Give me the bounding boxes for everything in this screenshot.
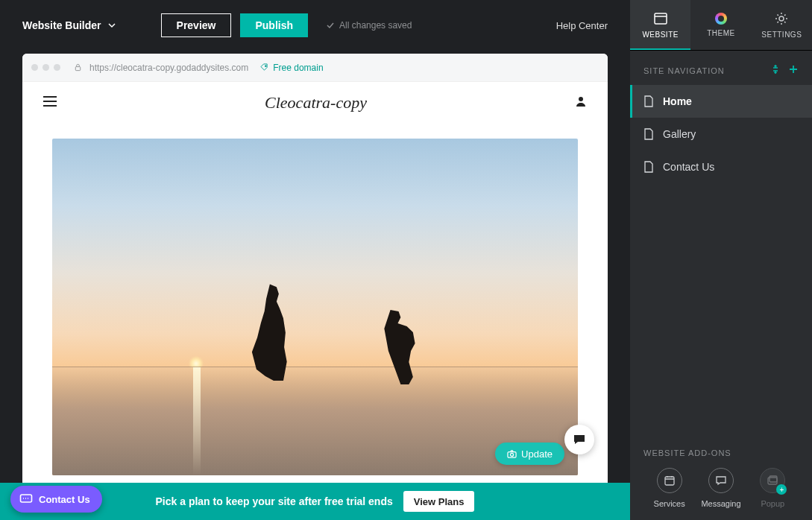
nav-item-home[interactable]: Home — [630, 85, 812, 118]
chat-icon — [19, 492, 33, 506]
page-icon — [643, 161, 654, 173]
save-status-text: All changes saved — [339, 20, 412, 31]
hero-image[interactable]: Update — [52, 139, 578, 475]
addon-label: Popup — [761, 499, 784, 508]
tab-theme-label: THEME — [707, 29, 735, 37]
plus-badge-icon: + — [776, 484, 787, 495]
right-sidebar: WEBSITE THEME SETTINGS SITE NAVIGATION — [630, 0, 812, 520]
gear-icon — [774, 11, 789, 26]
check-icon — [326, 21, 335, 30]
svg-point-7 — [779, 16, 784, 21]
addon-popup[interactable]: + Popup — [747, 468, 799, 508]
sidebar-tabs: WEBSITE THEME SETTINGS — [630, 0, 812, 51]
messaging-icon — [715, 475, 727, 486]
addon-label: Services — [654, 499, 685, 508]
preview-button[interactable]: Preview — [161, 13, 232, 37]
canvas-wrap: https://cleocatra-copy.godaddysites.com … — [0, 51, 630, 520]
chat-widget-button[interactable] — [564, 425, 594, 454]
calendar-icon — [664, 475, 676, 486]
trial-message: Pick a plan to keep your site after free… — [156, 495, 393, 507]
save-status: All changes saved — [326, 20, 412, 31]
svg-rect-10 — [769, 476, 777, 482]
camera-icon — [507, 449, 517, 459]
tag-icon — [260, 63, 268, 72]
svg-rect-8 — [665, 477, 674, 485]
hamburger-icon[interactable] — [43, 96, 57, 110]
addon-services[interactable]: Services — [643, 468, 695, 508]
nav-item-gallery[interactable]: Gallery — [630, 118, 812, 150]
nav-item-label: Gallery — [663, 128, 696, 140]
addon-messaging[interactable]: Messaging — [695, 468, 746, 508]
update-label: Update — [521, 448, 553, 460]
add-page-icon[interactable] — [788, 64, 799, 77]
nav-item-label: Contact Us — [663, 161, 714, 173]
tab-settings[interactable]: SETTINGS — [752, 0, 812, 50]
publish-button[interactable]: Publish — [240, 13, 308, 37]
page-icon — [643, 128, 654, 140]
nav-item-label: Home — [663, 95, 692, 107]
nav-list: Home Gallery Contact Us — [630, 85, 812, 183]
svg-rect-6 — [655, 13, 667, 24]
site-navigation-header: SITE NAVIGATION — [630, 51, 812, 85]
page-icon — [643, 95, 654, 107]
preview-browser: https://cleocatra-copy.godaddysites.com … — [22, 54, 608, 520]
popup-icon — [767, 475, 778, 486]
main-area: Website Builder Preview Publish All chan… — [0, 0, 630, 520]
tab-website-label: WEBSITE — [642, 31, 679, 39]
free-domain-link[interactable]: Free domain — [273, 63, 323, 73]
lock-icon — [74, 63, 82, 72]
svg-point-4 — [511, 453, 514, 456]
tab-website[interactable]: WEBSITE — [630, 0, 690, 50]
addons-section: WEBSITE ADD-ONS Services Messaging + Pop… — [630, 448, 812, 520]
browser-icon — [653, 11, 668, 26]
url-text: https://cleocatra-copy.godaddysites.com — [89, 63, 248, 73]
svg-rect-0 — [75, 67, 80, 71]
chevron-down-icon — [107, 21, 116, 30]
site-logo-text: Cleocatra-copy — [57, 93, 575, 112]
contact-us-label: Contact Us — [39, 494, 90, 505]
site-page: Cleocatra-copy — [22, 82, 608, 520]
nav-item-contact-us[interactable]: Contact Us — [630, 150, 812, 183]
addon-label: Messaging — [701, 499, 740, 508]
reorder-icon[interactable] — [770, 64, 781, 77]
top-bar: Website Builder Preview Publish All chan… — [0, 0, 630, 51]
theme-icon — [715, 13, 727, 25]
help-center-link[interactable]: Help Center — [556, 20, 608, 31]
address-bar: https://cleocatra-copy.godaddysites.com … — [22, 54, 608, 82]
traffic-lights — [31, 64, 60, 71]
brand-dropdown[interactable]: Website Builder — [22, 19, 116, 31]
site-navigation-title: SITE NAVIGATION — [643, 66, 763, 75]
contact-us-pill[interactable]: Contact Us — [10, 486, 102, 513]
tab-settings-label: SETTINGS — [761, 31, 802, 39]
svg-point-1 — [265, 66, 267, 67]
addons-title: WEBSITE ADD-ONS — [643, 448, 799, 457]
view-plans-button[interactable]: View Plans — [403, 491, 475, 512]
tab-theme[interactable]: THEME — [690, 0, 751, 50]
account-icon[interactable] — [575, 95, 587, 110]
update-cover-button[interactable]: Update — [495, 443, 564, 465]
brand-label: Website Builder — [22, 19, 101, 31]
site-header: Cleocatra-copy — [22, 82, 608, 124]
svg-point-2 — [579, 97, 583, 101]
